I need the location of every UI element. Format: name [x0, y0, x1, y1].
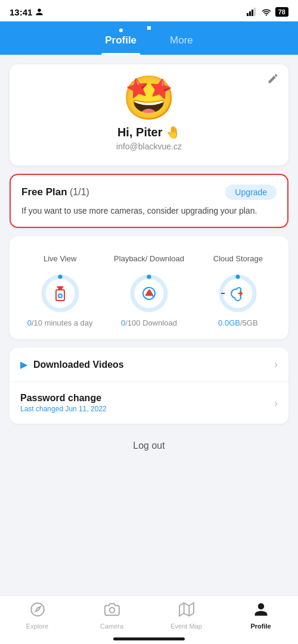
menu-item-downloaded-label: Downloaded Videos [33, 359, 124, 370]
svg-rect-3 [254, 8, 256, 16]
usage-row: Live View 0/10 minutes [15, 248, 283, 327]
svg-rect-0 [247, 13, 249, 16]
usage-live-view-circle [39, 272, 82, 315]
status-bar: 13:41 78 [0, 0, 298, 21]
chevron-right-icon-2: › [274, 397, 278, 409]
person-icon [35, 8, 44, 16]
wifi-icon [261, 8, 272, 16]
battery-indicator: 78 [275, 7, 288, 17]
svg-point-8 [58, 294, 62, 298]
status-icons: 78 [247, 7, 288, 17]
avatar: 🤩 [122, 76, 176, 119]
profile-card: 🤩 Hi, Piter 🤚 info@blackvue.cz [10, 64, 288, 165]
profile-email: info@blackvue.cz [116, 142, 182, 151]
bottom-nav: Explore Camera Event Map Profile [0, 595, 298, 644]
event-map-icon [179, 602, 194, 621]
usage-playback-value: 0/100 Download [121, 318, 177, 327]
chevron-right-icon: › [274, 358, 278, 371]
play-icon: ▶ [20, 359, 27, 370]
live-view-icon [52, 287, 68, 299]
upgrade-button[interactable]: Upgrade [225, 185, 277, 200]
tab-more[interactable]: More [153, 29, 210, 55]
signal-icon [247, 8, 257, 16]
usage-live-view-label: Live View [44, 248, 76, 268]
menu-item-password-change[interactable]: Password change Last changed Jun 11, 202… [10, 382, 288, 424]
svg-point-15 [31, 603, 44, 616]
home-indicator [113, 637, 185, 640]
usage-cloud-storage-circle [216, 272, 259, 315]
main-content: 🤩 Hi, Piter 🤚 info@blackvue.cz Free Plan… [0, 55, 298, 515]
nav-explore-label: Explore [26, 623, 48, 630]
svg-rect-2 [252, 10, 253, 16]
status-time: 13:41 [10, 7, 44, 17]
usage-live-view: Live View 0/10 minutes [15, 248, 104, 327]
logout-button[interactable]: Log out [10, 432, 288, 459]
explore-icon [30, 602, 45, 621]
svg-rect-1 [249, 11, 251, 16]
usage-cloud-storage-value: 0.0GB/5GB [218, 318, 258, 327]
menu-item-downloaded-videos[interactable]: ▶ Downloaded Videos › [10, 348, 288, 382]
nav-event-map-label: Event Map [170, 623, 202, 630]
spacer [10, 468, 288, 515]
nav-camera-label: Camera [100, 623, 123, 630]
svg-marker-17 [179, 603, 194, 616]
svg-rect-7 [56, 290, 64, 301]
tab-profile[interactable]: Profile [88, 23, 153, 55]
profile-name: Hi, Piter 🤚 [117, 125, 181, 139]
nav-profile-label: Profile [250, 623, 271, 630]
playback-icon [141, 286, 157, 301]
time-text: 13:41 [10, 7, 32, 17]
usage-cloud-storage-label: Cloud Storage [213, 248, 263, 268]
nav-explore[interactable]: Explore [0, 602, 74, 630]
usage-section: Live View 0/10 minutes [10, 236, 288, 339]
plan-description: If you want to use more cameras, conside… [21, 205, 277, 217]
usage-playback: Playback/ Download 0/1 [104, 248, 193, 327]
nav-event-map[interactable]: Event Map [149, 602, 224, 630]
plan-card: Free Plan (1/1) Upgrade If you want to u… [10, 174, 288, 228]
nav-camera[interactable]: Camera [74, 602, 149, 630]
camera-icon [104, 602, 120, 621]
menu-item-password-label: Password change [20, 393, 107, 404]
usage-cloud-storage: Cloud Storage [194, 248, 283, 327]
edit-icon[interactable] [267, 73, 279, 87]
plan-title: Free Plan (1/1) [21, 186, 89, 198]
plan-header: Free Plan (1/1) Upgrade [21, 185, 277, 200]
svg-point-16 [109, 608, 114, 613]
usage-playback-label: Playback/ Download [114, 248, 184, 268]
menu-item-password-sub: Last changed Jun 11, 2022 [20, 405, 107, 413]
top-tab-bar: Profile More [0, 21, 298, 55]
cloud-storage-icon [229, 286, 246, 301]
nav-profile[interactable]: Profile [224, 602, 298, 630]
profile-nav-icon [253, 602, 269, 621]
menu-card: ▶ Downloaded Videos › Password change La… [10, 348, 288, 424]
usage-live-view-value: 0/10 minutes a day [27, 318, 93, 327]
usage-playback-circle [128, 272, 170, 315]
